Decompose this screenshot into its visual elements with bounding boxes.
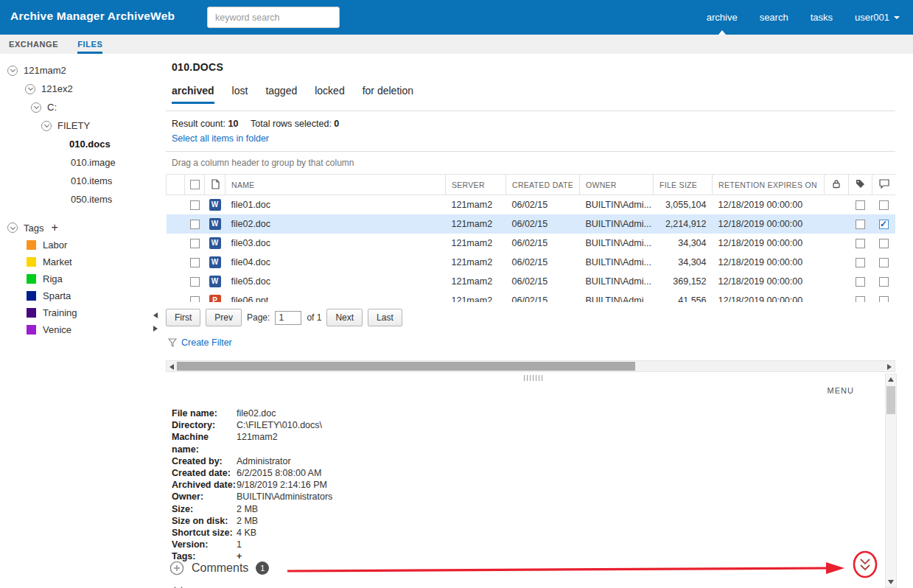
- tree-item-010.docs[interactable]: 010.docs: [0, 135, 159, 153]
- column-header-name[interactable]: NAME: [225, 175, 446, 195]
- expand-collapse-icon[interactable]: [25, 84, 35, 94]
- tag-checkbox[interactable]: [856, 239, 865, 248]
- nav-search[interactable]: search: [760, 0, 788, 35]
- cell-created-date: 06/02/15: [506, 291, 580, 303]
- tree-item-121mam2[interactable]: 121mam2: [0, 61, 159, 80]
- row-checkbox[interactable]: [190, 220, 200, 229]
- view-tab-archived[interactable]: archived: [172, 85, 214, 104]
- tree-item-C:[interactable]: C:: [0, 98, 159, 116]
- next-page-button[interactable]: Next: [326, 309, 363, 326]
- row-checkbox[interactable]: [190, 277, 200, 287]
- comment-checkbox[interactable]: [879, 277, 889, 287]
- details-menu[interactable]: MENU: [828, 386, 854, 395]
- comment-checkbox[interactable]: [879, 258, 889, 267]
- column-header-file-size[interactable]: FILE SIZE: [654, 175, 713, 195]
- column-header-owner[interactable]: OWNER: [580, 175, 654, 195]
- table-row[interactable]: Wfile03.doc121mam206/02/15BUILTIN\Admi..…: [167, 234, 896, 253]
- tag-checkbox[interactable]: [856, 258, 865, 267]
- view-tab-for-deletion[interactable]: for deletion: [363, 85, 413, 104]
- tab-files[interactable]: FILES: [77, 35, 102, 54]
- expand-collapse-icon[interactable]: [7, 66, 18, 76]
- view-tab-lost[interactable]: lost: [232, 85, 248, 104]
- comment-checkbox[interactable]: [879, 220, 889, 229]
- horizontal-scrollbar[interactable]: [166, 360, 895, 372]
- first-page-button[interactable]: First: [166, 309, 200, 326]
- file-properties: File name:file02.docDirectory:C:\FILETY\…: [172, 407, 332, 563]
- expand-collapse-icon[interactable]: [41, 121, 52, 131]
- tag-checkbox[interactable]: [856, 220, 865, 229]
- column-header-created-date[interactable]: CREATED DATE: [506, 175, 580, 195]
- collapse-left-icon[interactable]: [153, 312, 158, 318]
- collapse-right-icon[interactable]: [153, 326, 158, 332]
- scroll-right-arrow[interactable]: [887, 364, 892, 370]
- view-tab-tagged[interactable]: tagged: [265, 85, 297, 104]
- tree-item-050.items[interactable]: 050.items: [0, 190, 159, 209]
- tags-collapse-icon[interactable]: [7, 223, 18, 233]
- select-all-checkbox[interactable]: [190, 180, 200, 189]
- view-tabs: archivedlosttaggedlockedfor deletion: [172, 85, 413, 104]
- expand-comments-icon[interactable]: [169, 561, 184, 575]
- last-page-button[interactable]: Last: [368, 309, 402, 326]
- expand-collapse-icon[interactable]: [31, 102, 41, 113]
- scroll-down-arrow[interactable]: [888, 580, 894, 584]
- tag-checkbox[interactable]: [856, 277, 865, 287]
- detail-row: File name:file02.doc: [172, 407, 332, 419]
- prev-page-button[interactable]: Prev: [206, 309, 242, 326]
- scroll-left-arrow[interactable]: [169, 364, 174, 370]
- nav-user001[interactable]: user001: [855, 0, 900, 35]
- keyword-search-input[interactable]: [207, 7, 340, 28]
- tree-item-010.items[interactable]: 010.items: [0, 172, 159, 190]
- chevron-down-icon[interactable]: [174, 583, 182, 588]
- row-checkbox[interactable]: [190, 200, 200, 210]
- tree-item-FILETY[interactable]: FILETY: [0, 116, 159, 135]
- column-header-retention[interactable]: RETENTION EXPIRES ON: [713, 175, 825, 195]
- nav-archive[interactable]: archive: [707, 0, 738, 35]
- page-number-input[interactable]: [275, 311, 301, 325]
- file-type-column-icon[interactable]: [205, 175, 225, 195]
- vertical-scrollbar[interactable]: [885, 374, 897, 588]
- main-content: 010.DOCS archivedlosttaggedlockedfor del…: [161, 54, 913, 372]
- detail-row: Size:2 MB: [172, 503, 332, 515]
- horizontal-scroll-thumb[interactable]: [177, 362, 635, 371]
- scroll-up-arrow[interactable]: [888, 377, 894, 382]
- comment-checkbox[interactable]: [879, 200, 889, 210]
- tag-item-labor[interactable]: Labor: [0, 237, 159, 253]
- tree-item-010.image[interactable]: 010.image: [0, 153, 159, 172]
- select-all-link[interactable]: Select all items in folder: [172, 133, 269, 144]
- tags-section-header: Tags +: [0, 219, 159, 237]
- tag-item-riga[interactable]: Riga: [0, 270, 159, 287]
- panel-resize-grip[interactable]: [524, 375, 543, 381]
- view-tab-locked[interactable]: locked: [315, 85, 344, 104]
- tag-item-training[interactable]: Training: [0, 304, 159, 321]
- table-row[interactable]: Wfile05.doc121mam206/02/15BUILTIN\Admi..…: [167, 272, 896, 291]
- lock-column-header[interactable]: [825, 175, 849, 195]
- folder-tree: 121mam2121ex2C:FILETY010.docs010.image01…: [0, 54, 159, 209]
- row-checkbox[interactable]: [190, 258, 200, 267]
- detail-value: C:\FILETY\010.docs\: [237, 419, 322, 431]
- tag-item-venice[interactable]: Venice: [0, 321, 159, 338]
- row-checkbox[interactable]: [190, 239, 200, 248]
- row-handle-cell: [167, 253, 185, 272]
- tag-checkbox[interactable]: [856, 200, 865, 210]
- table-row[interactable]: Wfile02.doc121mam206/02/15BUILTIN\Admi..…: [167, 214, 896, 234]
- column-header-server[interactable]: SERVER: [446, 175, 506, 195]
- comment-checkbox[interactable]: [879, 239, 889, 248]
- panel-splitter[interactable]: [151, 312, 160, 332]
- table-row[interactable]: Wfile01.doc121mam206/02/15BUILTIN\Admi..…: [167, 195, 896, 214]
- comment-column-header[interactable]: [872, 175, 896, 195]
- tag-item-market[interactable]: Market: [0, 253, 159, 270]
- tree-item-121ex2[interactable]: 121ex2: [0, 80, 159, 98]
- tab-exchange[interactable]: EXCHANGE: [9, 35, 58, 54]
- add-tag-button[interactable]: +: [51, 222, 57, 234]
- row-checkbox[interactable]: [190, 296, 200, 302]
- table-row[interactable]: Pfile06.ppt121mam206/02/15BUILTIN\Admi..…: [167, 291, 896, 303]
- vertical-scroll-thumb[interactable]: [886, 386, 895, 414]
- nav-tasks[interactable]: tasks: [811, 0, 833, 35]
- tag-item-sparta[interactable]: Sparta: [0, 287, 159, 304]
- comment-checkbox[interactable]: [879, 296, 889, 302]
- tag-column-header[interactable]: [849, 175, 872, 195]
- create-filter-link[interactable]: Create Filter: [168, 337, 232, 348]
- table-row[interactable]: Wfile04.doc121mam206/02/15BUILTIN\Admi..…: [167, 253, 896, 272]
- tag-checkbox[interactable]: [856, 296, 865, 302]
- cell-name: file06.ppt: [225, 291, 446, 303]
